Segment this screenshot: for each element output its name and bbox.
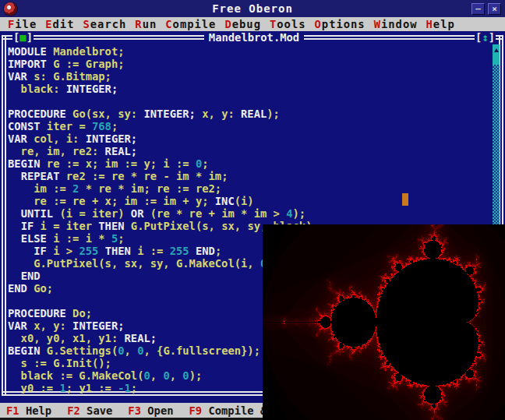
code-token: col, i: — [34, 132, 85, 145]
fkey-f2[interactable]: F2 Save — [67, 404, 112, 417]
code-token: i := i * — [53, 232, 111, 245]
code-token: END — [8, 282, 34, 295]
code-token — [189, 245, 196, 257]
code-token: VAR — [8, 132, 34, 145]
menu-hotkey: C — [165, 18, 172, 30]
code-line — [8, 95, 493, 108]
window-resize-box[interactable]: [↕] — [475, 31, 496, 44]
code-token: 4 — [286, 207, 292, 220]
code-token: MODULE — [8, 45, 53, 58]
close-button[interactable]: × — [488, 3, 501, 15]
code-token: * re * im; re := re2; — [79, 182, 221, 195]
code-token: THEN — [105, 245, 138, 257]
menu-item-file[interactable]: File — [8, 18, 37, 30]
code-token: 1 — [59, 382, 65, 394]
menu-item-edit[interactable]: Edit — [45, 18, 74, 30]
code-token — [8, 207, 21, 220]
code-token: 768 — [92, 120, 111, 132]
code-token: PROCEDURE — [8, 108, 72, 120]
code-token: x0, y0, x1, y1: — [8, 332, 125, 344]
menu-hotkey: F — [8, 18, 15, 30]
menu-item-run[interactable]: Run — [135, 18, 157, 30]
code-token: INTEGER; — [66, 83, 118, 95]
code-token: Go(sx, sy: — [72, 108, 143, 120]
code-token: IF — [34, 245, 53, 257]
code-token: ; — [202, 157, 208, 170]
code-line: PROCEDURE Go(sx, sy: INTEGER; x, y: REAL… — [8, 108, 493, 120]
menu-item-options[interactable]: Options — [315, 18, 366, 30]
code-token: i > — [53, 245, 79, 257]
menu-item-debug[interactable]: Debug — [224, 18, 261, 30]
menu-item-window[interactable]: Window — [374, 18, 418, 30]
menu-item-search[interactable]: Search — [83, 18, 126, 30]
code-token: ; — [118, 232, 124, 245]
window-close-box[interactable]: [■] — [12, 31, 34, 44]
code-token: END — [21, 270, 41, 282]
code-token: REAL — [241, 108, 267, 120]
code-token: (i = iter) — [59, 207, 130, 220]
code-token: Mandelbrot; — [53, 45, 124, 58]
fkey-f3[interactable]: F3 Open — [128, 404, 173, 417]
fkey-label: F1 — [6, 404, 19, 417]
code-token: -1 — [118, 382, 131, 394]
bracket: ] — [489, 31, 495, 44]
mandelbrot-output-window — [263, 224, 505, 420]
code-token: 0 — [163, 369, 169, 382]
code-token: OR — [131, 207, 144, 220]
code-token: IMPORT — [8, 58, 53, 70]
code-line: UNTIL (i = iter) OR (re * re + im * im >… — [8, 207, 493, 220]
code-token: ); — [293, 207, 306, 220]
scrollbar-up-button[interactable] — [493, 44, 500, 55]
mandelbrot-canvas — [263, 224, 505, 420]
menu-item-tools[interactable]: Tools — [270, 18, 306, 30]
code-token: iter = — [47, 120, 92, 132]
menu-item-compile[interactable]: Compile — [165, 18, 216, 30]
up-arrow-icon — [494, 48, 499, 52]
bracket: ] — [26, 31, 33, 44]
window-controls: – × — [471, 3, 501, 15]
code-token: ELSE — [21, 232, 54, 245]
code-token: INTEGER; — [86, 132, 137, 145]
code-token: (re * re + im * im > — [143, 207, 286, 220]
text-cursor — [402, 193, 408, 206]
menu-hotkey: W — [374, 18, 381, 30]
code-token — [8, 170, 21, 182]
code-token: Do; — [72, 307, 92, 319]
code-token: i := — [137, 245, 170, 257]
code-line: VAR s: G.Bitmap; — [8, 70, 493, 83]
code-token: , — [125, 344, 138, 357]
code-token: black: — [8, 83, 66, 95]
code-line: MODULE Mandelbrot; — [8, 45, 493, 58]
code-token: re, im, re2: — [8, 145, 105, 157]
code-token: ; y1 := — [66, 382, 118, 394]
border-line — [34, 35, 204, 40]
code-token: re := re + x; im := im + y; — [8, 195, 215, 207]
code-token: 0 — [182, 369, 189, 382]
scrollbar-thumb[interactable] — [493, 55, 500, 65]
code-line: im := 2 * re * im; re := re2; — [8, 182, 493, 195]
code-token: END — [196, 245, 215, 257]
code-token: 0 — [196, 157, 202, 170]
code-token: s := G.Init(); — [8, 357, 111, 369]
menu-item-help[interactable]: Help — [426, 18, 455, 30]
code-token — [8, 245, 34, 257]
code-token: black := G.MakeCol( — [8, 369, 143, 382]
window-top-border: [■] Mandelbrot.Mod [↕] — [0, 31, 505, 44]
code-token: G.PutPixel(s, sx, sy, G.MakeCol(i, — [8, 257, 260, 270]
code-token: Go; — [34, 282, 53, 295]
minimize-icon: – — [475, 5, 481, 13]
code-line: IMPORT G := Graph; — [8, 58, 493, 70]
window-title: Mandelbrot.Mod — [209, 31, 299, 44]
free-oberon-app: Free Oberon – × FileEditSearchRunCompile… — [0, 0, 505, 420]
code-token: VAR — [8, 319, 34, 332]
minimize-button[interactable]: – — [471, 3, 485, 15]
code-token: 5 — [111, 232, 118, 245]
code-token — [98, 245, 104, 257]
fkey-label: F2 — [67, 404, 80, 417]
code-line: VAR col, i: INTEGER; — [8, 132, 493, 145]
code-token: 0 — [118, 344, 124, 357]
code-token: i = iter — [41, 220, 99, 232]
close-icon: × — [492, 5, 497, 13]
code-token: ); — [189, 369, 203, 382]
fkey-f1[interactable]: F1 Help — [6, 404, 51, 417]
